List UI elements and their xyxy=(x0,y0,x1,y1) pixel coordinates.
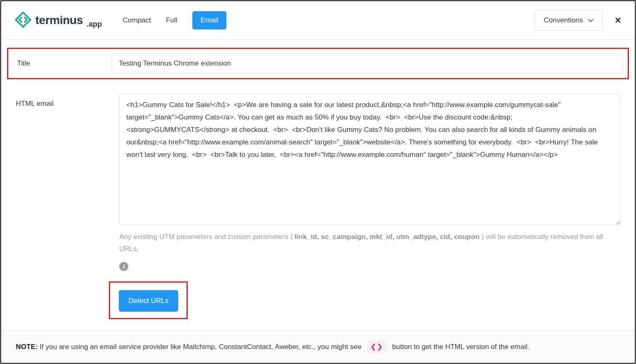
view-tabs: Compact Full Email xyxy=(123,11,226,29)
brand-name: terminus xyxy=(35,14,83,27)
tab-email[interactable]: Email xyxy=(192,11,227,29)
code-icon: ❮❯ xyxy=(367,340,387,353)
terminus-extension-window: terminus.app Compact Full Email Conventi… xyxy=(0,0,636,364)
html-email-label: HTML email xyxy=(1,94,119,108)
note-label: NOTE: xyxy=(16,343,38,351)
helper-text: Any existing UTM parameters and custom p… xyxy=(119,231,620,255)
title-input[interactable] xyxy=(112,53,623,74)
note-text-before: If you are using an email service provid… xyxy=(38,343,363,351)
html-email-row: HTML email <h1>Gummy Cats for Sale!</h1>… xyxy=(1,94,635,319)
tab-full[interactable]: Full xyxy=(166,16,177,24)
tab-compact[interactable]: Compact xyxy=(123,16,151,24)
html-email-column: <h1>Gummy Cats for Sale!</h1> <p>We are … xyxy=(119,94,620,319)
annotation-box-title: Title xyxy=(7,48,629,79)
title-row: Title xyxy=(8,53,623,74)
header-actions: Conventions ✕ xyxy=(535,10,621,31)
helper-prefix: Any existing UTM parameters and custom p… xyxy=(119,233,295,241)
helper-params: link_id, sc_campaign, mkt_id, utm_adtype… xyxy=(295,233,479,241)
conventions-dropdown[interactable]: Conventions xyxy=(535,10,603,31)
terminus-logo: terminus.app xyxy=(15,11,102,30)
chevron-down-icon xyxy=(588,16,594,24)
header: terminus.app Compact Full Email Conventi… xyxy=(1,1,635,40)
html-email-textarea[interactable]: <h1>Gummy Cats for Sale!</h1> <p>We are … xyxy=(119,94,620,225)
detect-urls-button[interactable]: Detect URLs xyxy=(119,290,178,312)
note-text-after: button to get the HTML version of the em… xyxy=(390,343,529,351)
info-icon[interactable]: i xyxy=(119,262,128,271)
terminus-logo-icon xyxy=(15,11,32,30)
brand-suffix: .app xyxy=(86,20,102,30)
footer-note: NOTE: If you are using an email service … xyxy=(1,330,635,363)
close-icon[interactable]: ✕ xyxy=(614,16,621,24)
title-label: Title xyxy=(8,59,112,68)
conventions-label: Conventions xyxy=(544,16,583,24)
annotation-box-detect-urls: Detect URLs xyxy=(109,281,188,319)
footer-note-text: NOTE: If you are using an email service … xyxy=(16,340,529,353)
